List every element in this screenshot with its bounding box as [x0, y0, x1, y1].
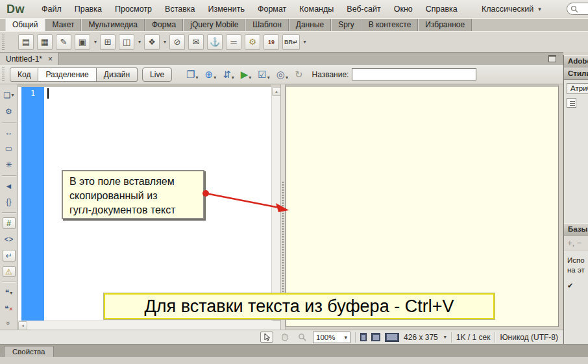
toolbar-separator [2, 122, 16, 123]
settings-gear-icon[interactable]: ⚙ [245, 34, 260, 50]
named-anchor-icon[interactable]: ⚓ [207, 34, 223, 50]
syntax-error-alerts-icon[interactable]: ⚠ [3, 266, 16, 278]
menu-edit[interactable]: Правка [68, 0, 108, 18]
panel-header-databases[interactable]: Базы д [564, 223, 588, 236]
document-toolbar-grip[interactable] [2, 67, 5, 82]
collapse-full-tag-icon[interactable]: ↔ [3, 127, 16, 139]
coding-toolbar: ❏▾ ⚙ ↔ ▭ ✳ ◄ {} # <> ↵ ⚠ ❝▾ ❝✕ » [0, 84, 18, 330]
horizontal-rule-icon[interactable]: ═ [226, 34, 241, 50]
apply-comment-icon[interactable]: ❝▾ [3, 287, 16, 298]
tab-data[interactable]: Данные [289, 19, 331, 31]
float-window-icon[interactable] [548, 55, 556, 62]
document-tab[interactable]: Untitled-1* × [0, 53, 59, 66]
phone-size-icon[interactable] [360, 333, 367, 341]
check-compatibility-dropdown-icon[interactable]: ▾ [267, 75, 270, 80]
menu-help[interactable]: Справка [419, 0, 464, 18]
window-size-dropdown-icon[interactable]: ▾ [444, 334, 447, 340]
file-management-icon[interactable]: ⇵ [223, 69, 231, 80]
check-compatibility-icon[interactable]: ☑ [258, 69, 266, 80]
toolbar-grip[interactable] [2, 34, 5, 51]
collapse-selection-icon[interactable]: ▭ [3, 143, 16, 154]
line-break-dropdown-icon[interactable]: ▾ [304, 39, 306, 45]
scroll-left-icon[interactable]: ◄ [18, 321, 27, 330]
visual-aids-dropdown-icon[interactable]: ▾ [286, 75, 288, 80]
menu-window[interactable]: Окно [387, 0, 419, 18]
menu-site[interactable]: Веб-сайт [340, 0, 387, 18]
document-title-input[interactable] [352, 68, 476, 80]
tab-favorites[interactable]: Избранное [418, 19, 472, 31]
expand-all-icon[interactable]: ✳ [3, 159, 16, 171]
insert-div-icon[interactable]: ◫ [119, 34, 134, 50]
zoom-level-select[interactable]: 100% ▾ [313, 332, 350, 343]
widget-icon[interactable]: ✎ [56, 34, 71, 50]
code-view-button[interactable]: Код [10, 67, 38, 82]
tab-template[interactable]: Шаблон [245, 19, 288, 31]
word-wrap-icon[interactable]: ↵ [3, 250, 16, 261]
workspace-switcher[interactable]: Классический ▾ [482, 0, 541, 18]
tab-common[interactable]: Общий [5, 19, 45, 31]
menu-modify[interactable]: Изменить [202, 0, 251, 18]
design-view[interactable] [286, 84, 559, 327]
hyperlink-icon[interactable]: ▤ [18, 34, 34, 50]
hand-tool-icon[interactable] [278, 332, 291, 343]
live-code-dropdown-icon[interactable]: ▾ [249, 75, 251, 80]
desktop-size-icon[interactable] [385, 333, 399, 342]
tab-properties[interactable]: Свойства [4, 346, 54, 358]
tag-icon[interactable]: ❖ [144, 34, 160, 50]
tab-spry[interactable]: Spry [331, 19, 361, 31]
tab-attributes[interactable]: Атриб [567, 83, 588, 94]
balance-braces-icon[interactable]: {} [3, 197, 16, 208]
search-input[interactable] [567, 3, 588, 15]
tab-layout[interactable]: Макет [45, 19, 82, 31]
app-logo: Dw [6, 3, 25, 16]
menu-commands[interactable]: Команды [293, 0, 340, 18]
live-view-button[interactable]: Live [142, 67, 172, 82]
tab-jquery-mobile[interactable]: jQuery Mobile [183, 19, 245, 31]
split-view-button[interactable]: Разделение [38, 67, 96, 82]
multiscreen-preview-icon[interactable]: ❐ [186, 69, 195, 80]
visual-aids-icon[interactable]: ◎ [276, 69, 285, 80]
add-icon[interactable]: + [567, 238, 572, 248]
remove-comment-icon[interactable]: ❝✕ [3, 303, 16, 315]
window-size-value[interactable]: 426 x 375 [404, 333, 438, 342]
remove-icon[interactable]: − [577, 238, 582, 248]
tablet-size-icon[interactable] [371, 333, 380, 341]
menu-format[interactable]: Формат [251, 0, 293, 18]
tab-form[interactable]: Форма [145, 19, 183, 31]
code-vertical-scrollbar[interactable]: ▲ ▼ [271, 87, 280, 321]
highlight-invalid-code-icon[interactable]: <> [3, 234, 16, 245]
menu-insert[interactable]: Вставка [158, 0, 201, 18]
insert-div-dropdown-icon[interactable]: ▾ [138, 39, 141, 45]
multiscreen-dropdown-icon[interactable]: ▾ [196, 75, 199, 80]
collapse-toolbar-chevron-icon[interactable]: » [5, 321, 13, 325]
panel-header-styles[interactable]: Стили [564, 67, 588, 80]
tag-dropdown-icon[interactable]: ▾ [164, 39, 166, 45]
close-icon[interactable]: × [48, 55, 53, 64]
scroll-up-icon[interactable]: ▲ [272, 87, 281, 96]
media-icon[interactable]: ▦ [37, 34, 53, 50]
tab-media[interactable]: Мультимедиа [81, 19, 144, 31]
email-link-icon[interactable]: ✉ [188, 34, 204, 50]
zoom-tool-icon[interactable] [295, 332, 308, 343]
no-link-icon[interactable]: ⊘ [169, 34, 185, 50]
file-management-dropdown-icon[interactable]: ▾ [232, 75, 234, 80]
table-icon[interactable]: ⊞ [100, 34, 116, 50]
code-horizontal-scrollbar[interactable]: ◄ [18, 321, 280, 330]
menu-file[interactable]: Файл [35, 0, 68, 18]
design-view-button[interactable]: Дизайн [97, 67, 138, 82]
open-documents-icon[interactable]: ❏▾ [3, 90, 16, 101]
preview-in-browser-icon[interactable]: ⊕ [205, 69, 214, 80]
select-parent-tag-icon[interactable]: ◄ [3, 180, 16, 192]
live-code-icon[interactable]: ▶ [241, 69, 249, 80]
menu-view[interactable]: Просмотр [108, 0, 158, 18]
line-break-icon[interactable]: BR↵ [282, 34, 300, 50]
panel-header-adobe[interactable]: Adobe [564, 55, 588, 67]
tree-view-icon[interactable] [567, 98, 576, 108]
line-numbers-icon[interactable]: # [3, 217, 16, 229]
date-icon[interactable]: 19 [263, 34, 279, 50]
tab-incontext[interactable]: В контексте [361, 19, 418, 31]
image-icon[interactable]: ▣ [75, 34, 90, 50]
preview-dropdown-icon[interactable]: ▾ [214, 75, 216, 80]
image-dropdown-icon[interactable]: ▾ [94, 39, 97, 45]
select-tool-icon[interactable] [260, 332, 273, 343]
